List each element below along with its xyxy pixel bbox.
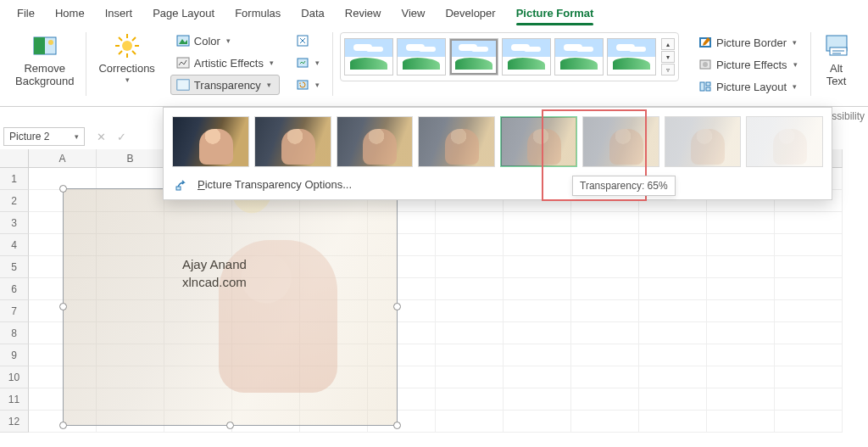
cell[interactable] xyxy=(436,278,504,300)
picture-transparency-options-button[interactable]: Picture Transparency Options... xyxy=(170,170,825,193)
alt-text-button[interactable]: Alt Text xyxy=(818,29,855,90)
row-header[interactable]: 7 xyxy=(0,300,29,322)
cell[interactable] xyxy=(775,388,843,411)
picture-layout-button[interactable]: Picture Layout▾ xyxy=(693,76,804,97)
picture-border-button[interactable]: Picture Border▾ xyxy=(693,32,804,53)
picture-styles-gallery[interactable]: ▴ ▾ ▿ xyxy=(340,32,679,81)
tab-insert[interactable]: Insert xyxy=(95,2,143,25)
resize-handle[interactable] xyxy=(226,422,234,429)
artistic-effects-button[interactable]: Artistic Effects▾ xyxy=(170,53,280,73)
cell[interactable] xyxy=(639,212,707,234)
row-header[interactable]: 3 xyxy=(0,212,29,234)
cell[interactable] xyxy=(504,256,571,278)
style-thumb[interactable] xyxy=(554,38,604,75)
cell[interactable] xyxy=(436,344,504,366)
cell[interactable] xyxy=(504,300,571,322)
row-header[interactable]: 2 xyxy=(0,190,29,212)
transparency-button[interactable]: Transparency▾ xyxy=(170,75,280,95)
cell[interactable] xyxy=(504,234,571,256)
row-header[interactable]: 8 xyxy=(0,322,29,344)
row-header[interactable]: 1 xyxy=(0,168,29,190)
cell[interactable] xyxy=(504,212,571,234)
cell[interactable] xyxy=(504,388,571,411)
cell[interactable] xyxy=(707,212,775,234)
color-button[interactable]: Color▾ xyxy=(170,31,280,51)
select-all-corner[interactable] xyxy=(0,149,29,168)
compress-pictures-button[interactable] xyxy=(290,31,326,51)
gallery-up-button[interactable]: ▴ xyxy=(661,38,675,50)
transparency-preset[interactable] xyxy=(500,116,577,167)
cell[interactable] xyxy=(436,411,504,433)
cell[interactable] xyxy=(436,322,504,344)
cell[interactable] xyxy=(707,256,775,278)
enter-formula-button[interactable]: ✓ xyxy=(114,129,129,144)
cell[interactable] xyxy=(775,212,843,234)
cell[interactable] xyxy=(504,278,571,300)
cell[interactable] xyxy=(571,322,639,344)
cell[interactable] xyxy=(639,234,707,256)
cell[interactable] xyxy=(639,278,707,300)
style-thumb[interactable] xyxy=(344,38,393,75)
gallery-down-button[interactable]: ▾ xyxy=(661,51,675,63)
style-thumb[interactable] xyxy=(449,38,498,75)
cell[interactable] xyxy=(775,366,843,388)
transparency-preset[interactable] xyxy=(746,116,823,167)
style-thumb[interactable] xyxy=(502,38,551,75)
cell[interactable] xyxy=(504,411,571,433)
column-header[interactable]: B xyxy=(97,149,164,168)
cell[interactable] xyxy=(775,300,843,322)
resize-handle[interactable] xyxy=(393,303,401,310)
cell[interactable] xyxy=(775,322,843,344)
cell[interactable] xyxy=(436,388,504,411)
cell[interactable] xyxy=(707,322,775,344)
cell[interactable] xyxy=(571,411,639,433)
cell[interactable] xyxy=(571,278,639,300)
row-header[interactable]: 5 xyxy=(0,256,29,278)
cell[interactable] xyxy=(639,366,707,388)
row-header[interactable]: 6 xyxy=(0,278,29,300)
transparency-preset[interactable] xyxy=(254,116,331,167)
cell[interactable] xyxy=(504,322,571,344)
row-header[interactable]: 10 xyxy=(0,366,29,388)
cell[interactable] xyxy=(639,300,707,322)
resize-handle[interactable] xyxy=(393,422,401,429)
resize-handle[interactable] xyxy=(59,303,67,310)
transparency-preset[interactable] xyxy=(337,116,414,167)
cell[interactable] xyxy=(639,411,707,433)
cell[interactable] xyxy=(436,212,504,234)
cell[interactable] xyxy=(707,300,775,322)
cell[interactable] xyxy=(707,234,775,256)
cell[interactable] xyxy=(775,411,843,433)
cell[interactable] xyxy=(639,344,707,366)
cell[interactable] xyxy=(436,300,504,322)
cell[interactable] xyxy=(707,344,775,366)
change-picture-button[interactable]: ▾ xyxy=(290,53,326,73)
style-thumb[interactable] xyxy=(607,38,656,75)
cell[interactable] xyxy=(571,300,639,322)
row-header[interactable]: 11 xyxy=(0,388,29,411)
cell[interactable] xyxy=(775,234,843,256)
row-header[interactable]: 12 xyxy=(0,411,29,433)
cell[interactable] xyxy=(436,366,504,388)
style-thumb[interactable] xyxy=(397,38,446,75)
tab-view[interactable]: View xyxy=(391,2,435,25)
selected-picture[interactable]: Ajay Anand xlncad.com xyxy=(63,188,398,426)
column-header[interactable]: A xyxy=(29,149,97,168)
name-box[interactable]: Picture 2 ▾ xyxy=(3,127,85,146)
cell[interactable] xyxy=(571,256,639,278)
tab-formulas[interactable]: Formulas xyxy=(225,2,291,25)
cell[interactable] xyxy=(707,366,775,388)
picture-effects-button[interactable]: Picture Effects▾ xyxy=(693,54,804,75)
transparency-preset[interactable] xyxy=(582,116,659,167)
cell[interactable] xyxy=(707,411,775,433)
transparency-preset[interactable] xyxy=(665,116,742,167)
cell[interactable] xyxy=(775,256,843,278)
tab-developer[interactable]: Developer xyxy=(435,2,505,25)
cell[interactable] xyxy=(571,212,639,234)
cell[interactable] xyxy=(97,168,164,190)
cell[interactable] xyxy=(436,234,504,256)
tab-picture-format[interactable]: Picture Format xyxy=(506,2,604,25)
cell[interactable] xyxy=(504,344,571,366)
tab-file[interactable]: File xyxy=(7,2,45,25)
cell[interactable] xyxy=(436,256,504,278)
